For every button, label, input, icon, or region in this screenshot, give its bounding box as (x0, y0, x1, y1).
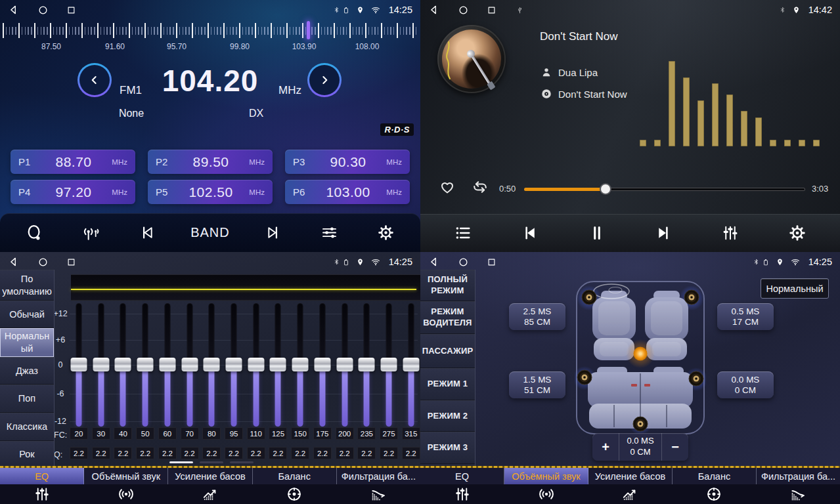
preset-button-p4[interactable]: P497.20MHz (11, 180, 135, 204)
mode-item-4[interactable]: РЕЖИМ 2 (420, 400, 475, 432)
eq-band-slider-3[interactable] (136, 303, 154, 427)
mode-item-3[interactable]: РЕЖИМ 1 (420, 368, 475, 400)
nav-recents-button[interactable] (487, 257, 497, 267)
eq-preset-item-0[interactable]: По умолчанию (0, 270, 54, 301)
tab-eq[interactable] (0, 486, 84, 503)
nav-recents-button[interactable] (66, 257, 76, 267)
eq-preset-item-1[interactable]: Обычай (0, 301, 54, 328)
preset-button-p5[interactable]: P5102.50MHz (148, 180, 273, 204)
speaker-center-rear[interactable] (633, 417, 648, 431)
slider-thumb[interactable] (226, 358, 242, 371)
eq-band-slider-7[interactable] (225, 303, 243, 427)
slider-thumb[interactable] (115, 358, 131, 371)
eq-band-slider-10[interactable] (291, 303, 309, 427)
eq-band-slider-9[interactable] (269, 303, 287, 427)
mode-item-1[interactable]: РЕЖИМ ВОДИТЕЛЯ (420, 301, 475, 334)
tab-balance-label[interactable]: Баланс (253, 468, 337, 484)
eq-band-slider-6[interactable] (202, 303, 221, 427)
slider-thumb[interactable] (71, 358, 87, 371)
preset-button-p2[interactable]: P289.50MHz (148, 150, 273, 174)
eq-preset-item-4[interactable]: Поп (0, 385, 54, 413)
tab-surround-label[interactable]: Объёмный звук (84, 468, 168, 484)
progress-slider[interactable] (524, 188, 805, 191)
tab-bass-boost-label[interactable]: Усиление басов (588, 468, 673, 484)
pause-button[interactable] (584, 224, 610, 242)
eq-band-slider-11[interactable] (313, 303, 332, 427)
slider-thumb[interactable] (359, 358, 375, 371)
speaker-front-right[interactable] (684, 290, 699, 304)
eq-band-slider-13[interactable] (357, 303, 376, 427)
slider-thumb[interactable] (270, 358, 286, 371)
tab-filter-label[interactable]: Фильтрация ба... (337, 468, 420, 484)
seek-up-button[interactable] (307, 63, 342, 97)
progress-knob[interactable] (601, 184, 610, 194)
tab-bass-boost[interactable] (588, 486, 673, 503)
slider-thumb[interactable] (159, 358, 175, 371)
eq-band-slider-4[interactable] (158, 303, 177, 427)
nav-back-button[interactable] (428, 256, 440, 268)
favorite-button[interactable] (439, 178, 456, 196)
next-station-button[interactable] (260, 224, 286, 242)
slider-thumb[interactable] (381, 358, 397, 371)
broadcast-button[interactable] (78, 224, 104, 242)
tab-filter[interactable] (756, 486, 840, 503)
delay-increase-button[interactable]: + (592, 433, 619, 461)
slider-thumb[interactable] (248, 358, 264, 371)
eq-band-slider-15[interactable] (402, 303, 420, 427)
nav-back-button[interactable] (428, 4, 440, 16)
eq-band-slider-2[interactable] (114, 303, 132, 427)
mode-item-2[interactable]: ПАССАЖИР (420, 334, 475, 368)
tab-balance[interactable] (252, 486, 336, 503)
eq-band-slider-12[interactable] (336, 303, 354, 427)
preset-button-p3[interactable]: P390.30MHz (285, 150, 410, 174)
delay-button-rear-right[interactable]: 0.0 MS0 CM (717, 371, 774, 398)
nav-home-button[interactable] (458, 5, 469, 16)
prev-station-button[interactable] (134, 224, 160, 242)
tab-filter[interactable] (336, 486, 420, 503)
eq-preset-item-2[interactable]: Нормальный (0, 328, 54, 357)
speaker-rear-right[interactable] (689, 371, 703, 386)
speaker-rear-left[interactable] (577, 370, 592, 385)
preset-button-p1[interactable]: P188.70MHz (11, 150, 135, 174)
nav-home-button[interactable] (458, 257, 469, 268)
eq-band-slider-1[interactable] (92, 303, 110, 427)
mode-item-0[interactable]: ПОЛНЫЙ РЕЖИМ (420, 270, 475, 301)
eq-band-slider-5[interactable] (181, 303, 199, 427)
scan-button[interactable] (22, 224, 48, 242)
nav-recents-button[interactable] (66, 5, 76, 15)
eq-preset-item-6[interactable]: Рок (0, 441, 54, 467)
repeat-button[interactable] (471, 178, 489, 196)
tab-surround-label[interactable]: Объёмный звук (504, 468, 588, 484)
prev-track-button[interactable] (517, 224, 543, 242)
delay-button-rear-left[interactable]: 1.5 MS51 CM (509, 371, 565, 398)
frequency-ruler[interactable]: 87.5091.6095.7099.80103.90108.00 (0, 20, 420, 54)
slider-thumb[interactable] (204, 358, 220, 371)
mode-item-5[interactable]: РЕЖИМ 3 (420, 432, 475, 464)
tab-bass-boost-label[interactable]: Усиление басов (168, 468, 252, 484)
slider-thumb[interactable] (137, 358, 154, 371)
delay-button-front-left[interactable]: 2.5 MS85 CM (509, 303, 565, 330)
tab-eq-label[interactable]: EQ (420, 468, 504, 484)
tab-balance[interactable] (672, 486, 756, 503)
settings-button[interactable] (372, 224, 399, 242)
tab-eq[interactable] (420, 486, 504, 503)
tune-button[interactable] (316, 224, 342, 242)
settings-button[interactable] (784, 224, 810, 242)
nav-home-button[interactable] (37, 257, 49, 268)
tab-surround[interactable] (504, 486, 588, 503)
tab-bass-boost[interactable] (168, 486, 252, 503)
equalizer-button[interactable] (717, 224, 743, 242)
slider-thumb[interactable] (314, 358, 330, 371)
speaker-front-left[interactable] (582, 290, 596, 304)
delay-button-front-right[interactable]: 0.5 MS17 CM (717, 303, 774, 330)
listening-position-ball[interactable] (634, 347, 648, 361)
slider-thumb[interactable] (181, 358, 198, 371)
slider-thumb[interactable] (93, 358, 109, 371)
band-button[interactable]: BAND (190, 225, 230, 240)
tab-eq-label[interactable]: EQ (0, 468, 84, 484)
eq-preset-item-5[interactable]: Классика (0, 413, 54, 441)
tab-surround[interactable] (84, 486, 168, 503)
eq-band-slider-14[interactable] (380, 303, 398, 427)
nav-home-button[interactable] (37, 5, 49, 16)
eq-preset-item-3[interactable]: Джаз (0, 357, 54, 385)
